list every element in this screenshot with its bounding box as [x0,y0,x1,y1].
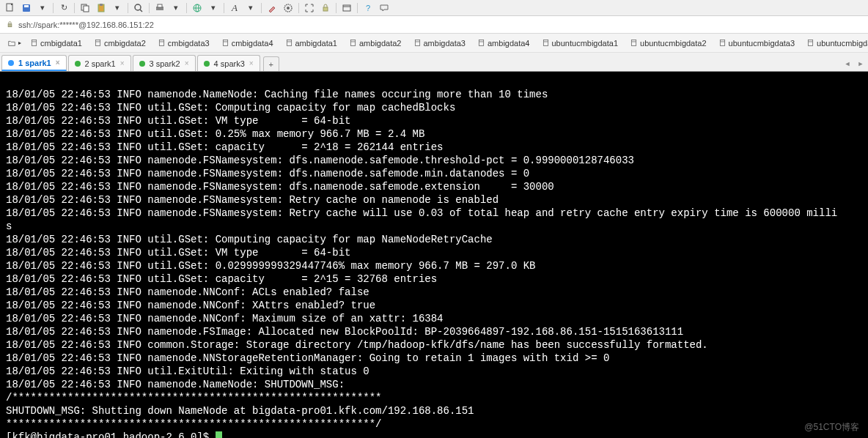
bookmark-item[interactable]: ambigdata4 [473,37,534,49]
separator [149,3,150,13]
cursor [216,431,222,438]
svg-rect-35 [479,40,483,46]
session-tab[interactable]: 4 spark3× [197,55,260,71]
svg-rect-3 [24,5,29,7]
bookmark-icon [477,39,485,47]
bookmark-label: ambigdata4 [488,39,530,48]
bookmark-label: ubuntucmbigdata2 [640,39,707,48]
bookmark-item[interactable]: ubuntucmbigdata3 [714,37,800,49]
svg-point-16 [287,7,290,10]
lock-icon[interactable] [318,1,333,15]
bookmark-label: ubuntucmbigdata4 [817,39,868,48]
bookmark-item[interactable]: cmbigdata4 [217,37,278,49]
bookmark-label: cmbigdata2 [104,39,146,48]
globe-icon[interactable] [190,1,205,15]
bookmark-item[interactable]: cmbigdata1 [26,37,87,49]
tools-icon[interactable] [265,1,279,15]
bookmark-item[interactable]: ubuntucmbigdata2 [625,37,711,49]
expand-icon[interactable] [302,1,317,15]
chat-icon[interactable] [377,1,391,15]
svg-rect-29 [287,40,291,46]
session-tabs: 1 spark1×2 spark1×3 spark2×4 spark3× + ◄… [0,53,868,72]
bookmarks-folder-icon[interactable]: ▸ [3,37,23,49]
svg-rect-11 [158,4,162,7]
paste-icon[interactable] [94,1,108,15]
dropdown-icon[interactable]: ▾ [110,1,125,15]
svg-rect-43 [808,40,812,46]
status-dot-icon [8,60,14,66]
bookmark-item[interactable]: cmbigdata2 [89,37,150,49]
svg-rect-39 [631,40,636,46]
bookmark-icon [94,39,102,47]
separator [336,3,336,13]
svg-rect-5 [84,6,89,12]
svg-rect-7 [100,4,103,6]
redo-icon[interactable]: ↻ [56,1,71,15]
separator [298,3,299,13]
session-tab[interactable]: 3 spark2× [133,55,196,71]
printer-icon[interactable] [152,1,167,15]
svg-rect-20 [8,24,12,27]
copy-icon[interactable] [78,1,92,15]
tab-label: 1 spark1 [18,59,51,67]
session-tab[interactable]: 2 spark1× [68,55,131,71]
bookmark-icon [718,39,727,47]
lock-icon [6,21,14,29]
terminal-output[interactable]: 18/01/05 22:46:53 INFO namenode.NameNode… [0,72,868,438]
bookmark-icon [285,39,293,47]
svg-rect-18 [343,5,350,11]
bookmark-item[interactable]: ambigdata1 [281,37,342,49]
bookmark-icon [158,39,166,47]
svg-rect-33 [415,40,419,46]
svg-rect-27 [223,40,227,46]
address-bar[interactable]: ssh://spark:******@192.168.86.151:22 [0,16,868,34]
separator [357,3,358,13]
dropdown-icon[interactable]: ▾ [206,1,221,15]
close-icon[interactable]: × [120,59,125,67]
save-icon[interactable] [19,1,34,15]
close-icon[interactable]: × [56,59,60,67]
status-dot-icon [75,61,81,67]
tab-next-icon[interactable]: ► [855,58,867,70]
close-icon[interactable]: × [185,59,189,67]
bookmark-label: ambigdata3 [424,39,466,48]
search-icon[interactable] [131,1,146,15]
tab-prev-icon[interactable]: ◄ [842,58,853,70]
bookmarks-bar: ▸ cmbigdata1cmbigdata2cmbigdata3cmbigdat… [0,34,868,53]
bookmark-icon [221,39,229,47]
window-icon[interactable] [339,1,354,15]
dropdown-icon[interactable]: ▾ [169,1,183,15]
bookmark-label: ambigdata2 [359,39,402,48]
bookmark-item[interactable]: ubuntucmbigdata4 [802,37,868,49]
dropdown-icon[interactable]: ▾ [243,1,258,15]
dropdown-icon[interactable]: ▾ [35,1,50,15]
bookmark-label: cmbigdata3 [168,39,210,48]
bookmark-label: cmbigdata1 [40,39,82,48]
svg-rect-41 [720,40,724,46]
close-icon[interactable]: × [249,59,254,67]
bookmark-item[interactable]: ambigdata3 [409,37,471,49]
bookmark-item[interactable]: cmbigdata3 [153,37,214,49]
svg-rect-25 [159,40,163,46]
watermark: @51CTO博客 [804,420,859,434]
main-toolbar: ▾ ↻ ▾ ▾ ▾ A ▾ ? [0,0,868,16]
help-icon[interactable]: ? [361,1,375,15]
bookmark-icon [630,39,638,47]
gear-icon[interactable] [281,1,295,15]
svg-rect-17 [323,7,328,11]
bookmark-item[interactable]: ubuntucmbigdata1 [537,37,623,49]
add-tab-button[interactable]: + [263,56,279,71]
svg-point-8 [135,4,141,10]
bookmark-icon [349,39,357,47]
url-text: ssh://spark:******@192.168.86.151:22 [18,21,154,29]
new-file-icon[interactable] [3,1,18,15]
session-tab[interactable]: 1 spark1× [1,55,67,71]
separator [224,3,224,13]
status-dot-icon [204,61,210,67]
svg-rect-1 [11,4,12,5]
bookmark-item[interactable]: ambigdata2 [345,37,406,49]
font-icon[interactable]: A [227,1,242,15]
svg-rect-21 [32,40,36,46]
separator [53,3,54,13]
separator [74,3,75,13]
